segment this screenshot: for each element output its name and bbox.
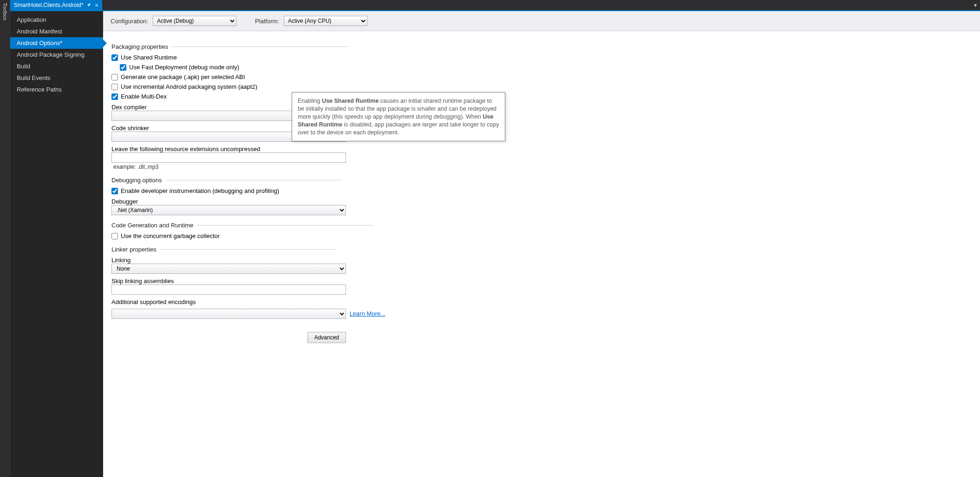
uncompressed-input[interactable]: [111, 152, 346, 163]
nav-item-android-options[interactable]: Android Options*: [10, 37, 103, 49]
nav-item-application[interactable]: Application: [10, 14, 103, 26]
uncompressed-hint: example: .dll;.mp3: [111, 164, 972, 170]
config-label: Configuration:: [111, 18, 148, 25]
platform-select[interactable]: Active (Any CPU): [284, 16, 367, 26]
pin-icon[interactable]: [87, 3, 91, 8]
enable-multi-dex-checkbox[interactable]: [111, 93, 118, 100]
concurrent-gc-label: Use the concurrent garbage collector: [121, 232, 220, 239]
document-tab-strip: SmartHotel.Clients.Android* ✕ ▾: [10, 0, 980, 11]
section-linker: Linker properties: [111, 246, 972, 253]
nav-item-build-events[interactable]: Build Events: [10, 72, 103, 84]
debugger-select[interactable]: .Net (Xamarin): [111, 205, 346, 215]
section-packaging: Packaging properties: [111, 43, 972, 50]
use-fast-deployment-checkbox[interactable]: [120, 64, 126, 71]
form-scroll: Packaging properties Use Shared Runtime …: [103, 31, 980, 351]
content-panel: Configuration: Active (Debug) Platform: …: [103, 11, 980, 477]
config-bar: Configuration: Active (Debug) Platform: …: [103, 11, 980, 31]
shared-runtime-tooltip: Enabling Use Shared Runtime causes an in…: [292, 92, 505, 141]
row-incremental: Use incremental Android packaging system…: [111, 83, 972, 90]
configuration-select[interactable]: Active (Debug): [153, 16, 236, 26]
nav-item-build[interactable]: Build: [10, 60, 103, 72]
platform-label: Platform:: [255, 18, 279, 25]
tab-overflow-button[interactable]: ▾: [971, 0, 980, 10]
document-tab[interactable]: SmartHotel.Clients.Android* ✕: [10, 0, 102, 10]
generate-one-package-label: Generate one package (.apk) per selected…: [121, 73, 245, 80]
incremental-packaging-checkbox[interactable]: [111, 84, 118, 90]
debugger-label: Debugger: [111, 198, 972, 205]
enable-multi-dex-label: Enable Multi-Dex: [121, 93, 167, 100]
row-fast-deployment: Use Fast Deployment (debug mode only): [120, 64, 972, 71]
use-fast-deployment-label: Use Fast Deployment (debug mode only): [129, 64, 239, 71]
uncompressed-label: Leave the following resource extensions …: [111, 146, 972, 152]
extra-encodings-select[interactable]: [111, 309, 346, 319]
nav-item-android-manifest[interactable]: Android Manifest: [10, 26, 103, 37]
dev-instrumentation-checkbox[interactable]: [111, 188, 118, 194]
skip-linking-label: Skip linking assemblies: [111, 278, 972, 285]
generate-one-package-checkbox[interactable]: [111, 74, 118, 80]
advanced-button[interactable]: Advanced: [307, 332, 346, 343]
toolbox-label: Toolbox: [2, 3, 8, 477]
section-codegen: Code Generation and Runtime: [111, 222, 972, 229]
toolbox-tab[interactable]: Toolbox: [0, 0, 10, 477]
code-shrinker-label: Code shrinker: [111, 125, 972, 132]
learn-more-link[interactable]: Learn More...: [350, 310, 385, 317]
linking-label: Linking: [111, 257, 972, 264]
close-icon[interactable]: ✕: [95, 3, 98, 8]
row-concurrent-gc: Use the concurrent garbage collector: [111, 232, 972, 239]
use-shared-runtime-checkbox[interactable]: [111, 54, 118, 61]
property-nav: Application Android Manifest Android Opt…: [10, 11, 103, 477]
nav-item-android-package-signing[interactable]: Android Package Signing: [10, 49, 103, 60]
row-dev-instrumentation: Enable developer instrumentation (debugg…: [111, 187, 972, 194]
nav-item-reference-paths[interactable]: Reference Paths: [10, 84, 103, 95]
row-one-package: Generate one package (.apk) per selected…: [111, 73, 972, 80]
section-debugging: Debugging options: [111, 177, 972, 184]
incremental-packaging-label: Use incremental Android packaging system…: [121, 83, 257, 90]
row-shared-runtime: Use Shared Runtime: [111, 54, 972, 61]
skip-linking-input[interactable]: [111, 285, 346, 295]
concurrent-gc-checkbox[interactable]: [111, 233, 118, 239]
linking-select[interactable]: None: [111, 264, 346, 274]
dex-compiler-label: Dex compiler: [111, 104, 972, 111]
dev-instrumentation-label: Enable developer instrumentation (debugg…: [121, 187, 279, 194]
use-shared-runtime-label: Use Shared Runtime: [121, 54, 177, 61]
workspace: Application Android Manifest Android Opt…: [10, 11, 980, 477]
editor-column: SmartHotel.Clients.Android* ✕ ▾ Applicat…: [10, 0, 980, 477]
extra-encodings-label: Additional supported encodings: [111, 298, 972, 305]
advanced-row: Advanced: [111, 332, 346, 343]
row-multi-dex: Enable Multi-Dex: [111, 93, 972, 100]
document-tab-title: SmartHotel.Clients.Android*: [14, 2, 83, 8]
tabstrip-spacer: [102, 0, 971, 10]
